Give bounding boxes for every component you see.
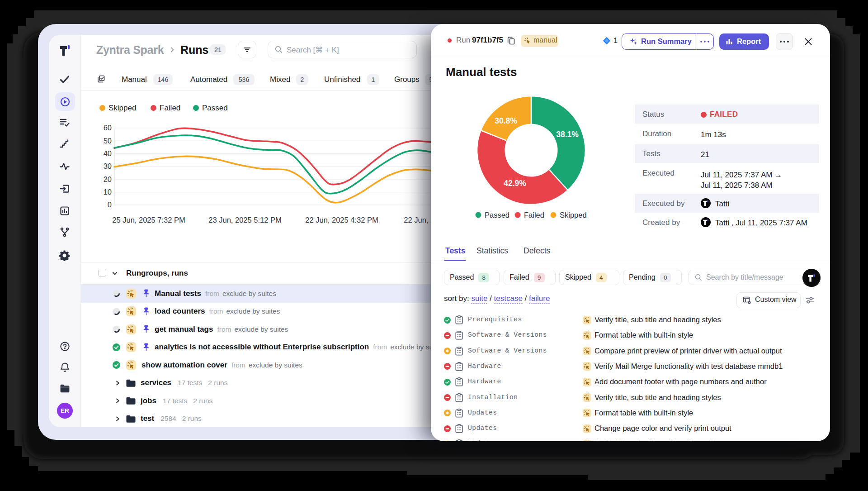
svg-text:10: 10 [104,188,112,196]
svg-text:30: 30 [104,162,112,170]
svg-text:30.8%: 30.8% [495,116,517,125]
svg-text:23 Jun, 2025 5:12 PM: 23 Jun, 2025 5:12 PM [208,216,281,224]
svg-text:Failed: Failed [524,211,544,219]
svg-text:Skipped: Skipped [560,211,587,219]
svg-text:20: 20 [104,175,112,183]
svg-text:22 Jun, 2025 4:02 PM: 22 Jun, 2025 4:02 PM [404,216,431,224]
svg-text:38.1%: 38.1% [556,130,579,139]
svg-text:Passed: Passed [485,211,509,219]
svg-text:50: 50 [104,137,112,145]
svg-text:42.9%: 42.9% [504,179,526,188]
svg-text:22 Jun, 2025 4:32 PM: 22 Jun, 2025 4:32 PM [305,216,378,224]
svg-text:25 Jun, 2025 7:32 PM: 25 Jun, 2025 7:32 PM [112,216,185,224]
svg-text:40: 40 [104,149,112,157]
svg-text:60: 60 [104,124,112,132]
svg-text:0: 0 [108,200,112,209]
